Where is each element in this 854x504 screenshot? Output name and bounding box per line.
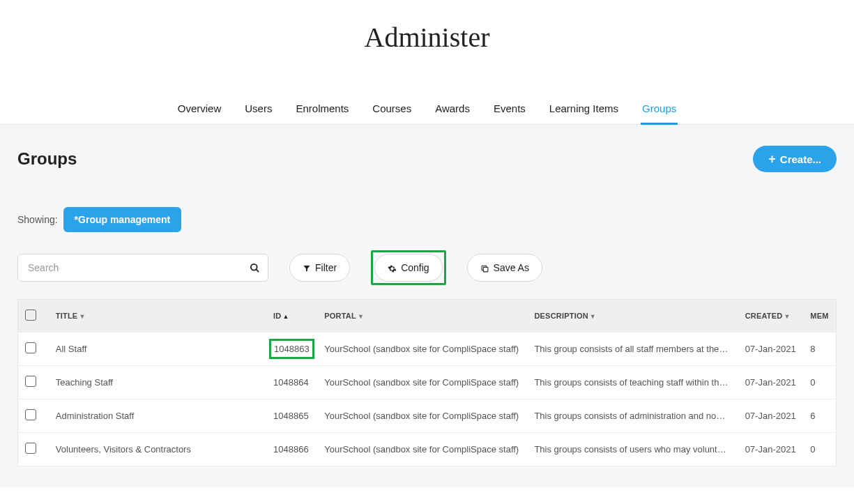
sort-icon: ▼: [784, 313, 790, 320]
cell-members: 0: [803, 366, 836, 399]
search-input[interactable]: [17, 254, 268, 282]
filter-label: Filter: [315, 262, 337, 273]
tab-bar: Overview Users Enrolments Courses Awards…: [0, 96, 854, 125]
table-header-row: TITLE▼ ID▲ PORTAL▼ DESCRIPTION▼ CREATED▼…: [18, 300, 837, 333]
col-description[interactable]: DESCRIPTION▼: [527, 300, 738, 333]
row-checkbox[interactable]: [25, 376, 36, 387]
cell-description: This groups consists of administration a…: [527, 399, 738, 433]
tab-overview[interactable]: Overview: [176, 96, 223, 124]
cell-title: All Staff: [49, 333, 266, 366]
filter-button[interactable]: Filter: [289, 254, 350, 282]
content-area: Groups + Create... Showing: *Group manag…: [0, 125, 854, 487]
row-checkbox[interactable]: [25, 409, 36, 420]
cell-id: 1048866: [266, 433, 317, 466]
funnel-icon: [303, 262, 311, 273]
cell-members: 6: [803, 399, 836, 433]
cell-portal: YourSchool (sandbox site for CompliSpace…: [317, 333, 527, 366]
cell-title: Volunteers, Visitors & Contractors: [49, 433, 266, 466]
sort-icon: ▼: [590, 313, 596, 320]
table-row[interactable]: Administration Staff1048865YourSchool (s…: [18, 399, 837, 433]
cell-id: 1048864: [266, 366, 317, 399]
section-heading: Groups: [17, 149, 77, 169]
tab-events[interactable]: Events: [492, 96, 527, 124]
create-button[interactable]: + Create...: [753, 146, 837, 172]
showing-label: Showing:: [17, 214, 58, 225]
svg-line-1: [257, 270, 259, 272]
cell-members: 8: [803, 333, 836, 366]
table-row[interactable]: All Staff1048863YourSchool (sandbox site…: [18, 333, 837, 366]
groups-table: TITLE▼ ID▲ PORTAL▼ DESCRIPTION▼ CREATED▼…: [17, 299, 837, 466]
sort-icon: ▼: [358, 313, 364, 320]
cell-created: 07-Jan-2021: [738, 399, 804, 433]
cell-created: 07-Jan-2021: [738, 366, 804, 399]
content-header: Groups + Create...: [17, 146, 837, 172]
showing-chip[interactable]: *Group management: [63, 207, 182, 232]
cell-title: Teaching Staff: [49, 366, 266, 399]
gear-icon: [388, 262, 397, 273]
tab-enrolments[interactable]: Enrolments: [294, 96, 350, 124]
cell-description: This groups consists of teaching staff w…: [527, 366, 738, 399]
page-title: Administer: [0, 0, 854, 61]
search-wrap: [17, 254, 268, 282]
toolbar: Filter Config Save As: [17, 250, 837, 285]
cell-portal: YourSchool (sandbox site for CompliSpace…: [317, 433, 527, 466]
tab-groups[interactable]: Groups: [641, 96, 678, 124]
row-checkbox[interactable]: [25, 443, 36, 454]
table-row[interactable]: Teaching Staff1048864YourSchool (sandbox…: [18, 366, 837, 399]
cell-created: 07-Jan-2021: [738, 433, 804, 466]
tab-users[interactable]: Users: [243, 96, 273, 124]
config-highlight: Config: [371, 250, 445, 285]
sort-icon: ▼: [79, 313, 85, 320]
copy-icon: [480, 262, 489, 273]
cell-title: Administration Staff: [49, 399, 266, 433]
tab-courses[interactable]: Courses: [371, 96, 413, 124]
cell-id: 1048865: [266, 399, 317, 433]
create-label: Create...: [780, 153, 821, 165]
tab-learning-items[interactable]: Learning Items: [548, 96, 620, 124]
saveas-button[interactable]: Save As: [467, 254, 542, 282]
sort-asc-icon: ▲: [283, 313, 289, 320]
cell-description: This group consists of all staff members…: [527, 333, 738, 366]
cell-id: 1048863: [266, 333, 317, 366]
col-title[interactable]: TITLE▼: [49, 300, 266, 333]
svg-rect-2: [483, 267, 488, 272]
cell-description: This groups consists of users who may vo…: [527, 433, 738, 466]
row-checkbox[interactable]: [25, 342, 36, 353]
col-portal[interactable]: PORTAL▼: [317, 300, 527, 333]
svg-point-0: [251, 264, 257, 270]
cell-portal: YourSchool (sandbox site for CompliSpace…: [317, 366, 527, 399]
search-icon[interactable]: [250, 261, 260, 274]
col-created[interactable]: CREATED▼: [738, 300, 804, 333]
cell-portal: YourSchool (sandbox site for CompliSpace…: [317, 399, 527, 433]
select-all-checkbox[interactable]: [25, 310, 36, 321]
tab-awards[interactable]: Awards: [434, 96, 471, 124]
saveas-label: Save As: [494, 262, 529, 273]
plus-icon: +: [768, 153, 776, 165]
col-members[interactable]: MEM: [803, 300, 836, 333]
config-button[interactable]: Config: [374, 254, 442, 282]
table-row[interactable]: Volunteers, Visitors & Contractors104886…: [18, 433, 837, 466]
id-highlight: 1048863: [269, 339, 314, 359]
cell-members: 0: [803, 433, 836, 466]
col-id[interactable]: ID▲: [266, 300, 317, 333]
config-label: Config: [401, 262, 429, 273]
cell-created: 07-Jan-2021: [738, 333, 804, 366]
showing-row: Showing: *Group management: [17, 207, 837, 232]
